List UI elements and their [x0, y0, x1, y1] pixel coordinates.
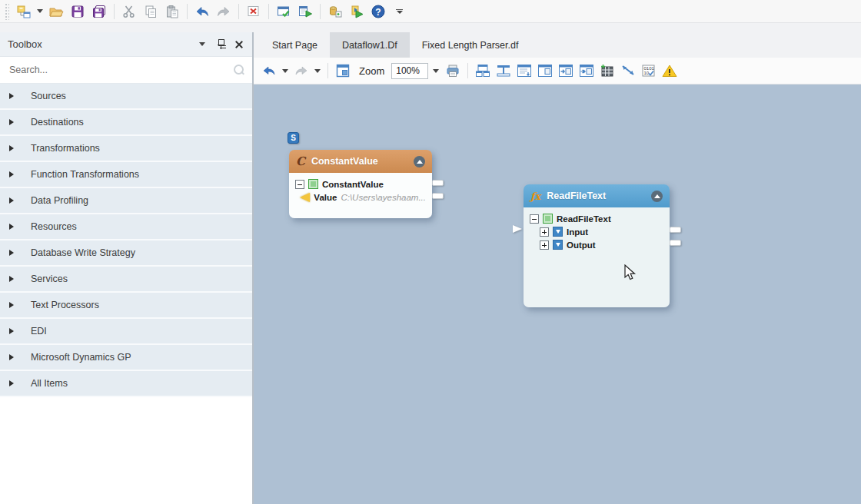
link-tool-button[interactable] — [619, 61, 637, 80]
collapse-minus-icon[interactable] — [530, 214, 539, 224]
delete-button[interactable] — [244, 2, 264, 22]
canvas-redo-dropdown[interactable] — [313, 61, 322, 81]
zoom-dropdown-button[interactable] — [430, 63, 441, 79]
node-constantvalue-header[interactable]: C ConstantValue — [289, 150, 432, 173]
toolbar-separator — [238, 4, 239, 19]
toolbar-separator — [187, 4, 188, 19]
node-constantvalue[interactable]: C ConstantValue ConstantValue — [289, 150, 432, 218]
toolbox-category-text-processors[interactable]: Text Processors — [0, 293, 252, 319]
toolbox-category-destinations[interactable]: Destinations — [0, 110, 252, 136]
tree-row-output[interactable]: Output — [530, 238, 663, 251]
output-port[interactable] — [432, 180, 444, 186]
preview-data-button[interactable]: 0101 10 — [640, 61, 658, 80]
tab-dataflow1[interactable]: Dataflow1.Df — [330, 32, 410, 58]
canvas-redo-button[interactable] — [292, 61, 311, 80]
dock-panel-button[interactable] — [536, 61, 554, 80]
insert-node-right-button[interactable] — [557, 61, 575, 80]
expand-arrow-icon — [9, 119, 14, 125]
toolbox-category-resources[interactable]: Resources — [0, 214, 252, 240]
tab-start-page[interactable]: Start Page — [260, 32, 330, 58]
source-shortcut-badge: S — [288, 132, 299, 144]
zoom-label: Zoom — [359, 65, 384, 77]
toolbox-category-edi[interactable]: EDI — [0, 319, 252, 345]
tree-row-input[interactable]: Input — [530, 225, 663, 238]
toolbox-empty-area — [0, 397, 252, 504]
open-file-button[interactable] — [46, 2, 66, 22]
tree-row-value[interactable]: Value C:\Users\ayeshaam... — [295, 191, 426, 204]
canvas-undo-button[interactable] — [260, 61, 278, 80]
start-dataflow-button[interactable] — [295, 2, 315, 22]
category-label: Sources — [31, 91, 66, 101]
node-readfiletext-header[interactable]: ƒx ReadFileText — [524, 184, 670, 207]
toolbox-category-function-transformations[interactable]: Function Transformations — [0, 162, 252, 188]
verify-dataflow-button[interactable] — [274, 2, 294, 22]
toolbox-category-all-items[interactable]: All Items — [0, 371, 252, 397]
expand-collapse-nodes-button[interactable] — [494, 61, 513, 80]
dataflow-canvas[interactable]: S C ConstantValue ConstantValue — [254, 85, 861, 504]
output-port[interactable] — [432, 193, 444, 199]
category-label: Transformations — [31, 143, 100, 154]
node-readfiletext[interactable]: ƒx ReadFileText ReadFileText — [524, 184, 670, 307]
toolbox-pin-button[interactable] — [215, 39, 226, 50]
toolbox-category-transformations[interactable]: Transformations — [0, 136, 252, 162]
save-button[interactable] — [68, 2, 88, 22]
new-document-button[interactable] — [14, 2, 34, 22]
fit-to-window-button[interactable] — [334, 61, 352, 80]
tree-node-label: Output — [567, 240, 596, 250]
print-button[interactable] — [444, 61, 462, 80]
show-node-details-button[interactable] — [515, 61, 534, 80]
toolbar-grip-handle[interactable] — [5, 3, 9, 20]
expand-node-right-button[interactable] — [577, 61, 596, 80]
toolbox-category-database-write-strategy[interactable]: Database Write Strategy — [0, 240, 252, 267]
tree-row-root[interactable]: ConstantValue — [295, 177, 426, 191]
category-label: Services — [31, 274, 68, 284]
tree-row-root[interactable]: ReadFileText — [530, 212, 663, 225]
new-document-dropdown[interactable] — [35, 2, 45, 22]
paste-button[interactable] — [162, 2, 182, 22]
redo-button[interactable] — [214, 2, 234, 22]
toolbox-close-button[interactable] — [234, 39, 244, 50]
bulk-insert-button[interactable] — [325, 2, 345, 22]
canvas-undo-dropdown[interactable] — [281, 61, 290, 81]
auto-layout-button[interactable] — [474, 61, 492, 80]
undo-button[interactable] — [192, 2, 212, 22]
chevron-up-icon — [417, 160, 423, 164]
expand-plus-icon[interactable] — [540, 227, 549, 237]
help-button[interactable]: ? — [368, 2, 388, 22]
toolbar-overflow-button[interactable] — [396, 9, 403, 14]
toolbar-separator — [320, 4, 321, 19]
toolbox-category-data-profiling[interactable]: Data Profiling — [0, 188, 252, 214]
undo-icon — [194, 4, 211, 19]
toolbox-category-services[interactable]: Services — [0, 267, 252, 293]
input-port[interactable] — [513, 225, 522, 233]
zoom-value-combobox[interactable]: 100% — [391, 63, 428, 79]
expand-arrow-icon — [9, 197, 14, 204]
add-table-button[interactable] — [598, 61, 617, 80]
toolbox-category-sources[interactable]: Sources — [0, 84, 252, 110]
expand-plus-icon[interactable] — [540, 240, 549, 250]
save-all-button[interactable] — [89, 2, 109, 22]
undo-icon — [261, 64, 277, 78]
toolbox-menu-button[interactable] — [197, 39, 208, 50]
collapse-node-button[interactable] — [651, 191, 663, 202]
collapse-minus-icon[interactable] — [295, 180, 304, 189]
search-input[interactable] — [8, 64, 232, 76]
chevron-down-icon — [37, 9, 43, 13]
cut-button[interactable] — [119, 2, 139, 22]
collapse-node-button[interactable] — [414, 156, 425, 167]
overflow-bar — [396, 9, 403, 10]
tree-node-label: ReadFileText — [557, 214, 611, 224]
category-label: Resources — [31, 221, 77, 232]
chevron-down-icon — [199, 42, 205, 46]
save-icon — [70, 4, 85, 19]
run-job-button[interactable] — [347, 2, 367, 22]
tab-fixed-length-parser[interactable]: Fixed Length Parser.df — [410, 32, 531, 58]
output-port[interactable] — [670, 227, 681, 233]
warnings-button[interactable] — [660, 61, 679, 80]
category-label: Text Processors — [31, 300, 99, 310]
value-tag-icon — [300, 193, 310, 202]
output-port[interactable] — [670, 240, 681, 246]
verify-window-icon — [276, 4, 291, 19]
toolbox-category-microsoft-dynamics-gp[interactable]: Microsoft Dynamics GP — [0, 345, 252, 371]
copy-button[interactable] — [141, 2, 161, 22]
